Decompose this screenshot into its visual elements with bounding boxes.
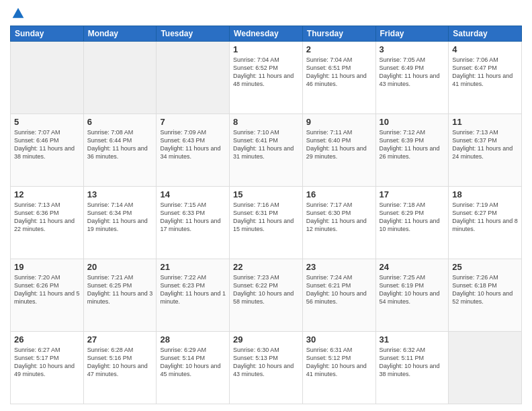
day-number: 25 bbox=[452, 262, 518, 272]
day-info: Sunrise: 7:25 AM Sunset: 6:19 PM Dayligh… bbox=[380, 273, 445, 306]
day-number: 3 bbox=[380, 44, 445, 54]
svg-marker-0 bbox=[13, 8, 24, 18]
calendar-cell: 15Sunrise: 7:16 AM Sunset: 6:31 PM Dayli… bbox=[230, 187, 303, 259]
calendar-cell: 21Sunrise: 7:22 AM Sunset: 6:23 PM Dayli… bbox=[157, 259, 230, 332]
calendar-page: SundayMondayTuesdayWednesdayThursdayFrid… bbox=[0, 0, 532, 411]
day-info: Sunrise: 6:27 AM Sunset: 5:17 PM Dayligh… bbox=[14, 346, 80, 379]
day-number: 13 bbox=[87, 189, 153, 199]
calendar-week-row: 5Sunrise: 7:07 AM Sunset: 6:46 PM Daylig… bbox=[11, 114, 522, 187]
calendar-week-row: 12Sunrise: 7:13 AM Sunset: 6:36 PM Dayli… bbox=[11, 187, 522, 259]
day-number: 30 bbox=[306, 334, 372, 345]
day-info: Sunrise: 7:10 AM Sunset: 6:41 PM Dayligh… bbox=[233, 128, 299, 161]
calendar-cell bbox=[83, 42, 157, 114]
day-number: 29 bbox=[233, 334, 299, 345]
day-number: 7 bbox=[160, 117, 226, 127]
day-info: Sunrise: 7:07 AM Sunset: 6:46 PM Dayligh… bbox=[14, 128, 80, 161]
day-number: 6 bbox=[87, 117, 153, 127]
calendar-cell: 22Sunrise: 7:23 AM Sunset: 6:22 PM Dayli… bbox=[230, 259, 303, 332]
day-number: 31 bbox=[380, 334, 445, 345]
day-number: 11 bbox=[452, 117, 518, 127]
day-number: 23 bbox=[306, 262, 372, 272]
day-info: Sunrise: 6:28 AM Sunset: 5:16 PM Dayligh… bbox=[87, 346, 153, 379]
calendar-cell: 17Sunrise: 7:18 AM Sunset: 6:29 PM Dayli… bbox=[375, 187, 449, 259]
calendar-cell: 25Sunrise: 7:26 AM Sunset: 6:18 PM Dayli… bbox=[449, 259, 522, 332]
calendar-cell: 2Sunrise: 7:04 AM Sunset: 6:51 PM Daylig… bbox=[302, 42, 375, 114]
calendar-cell: 26Sunrise: 6:27 AM Sunset: 5:17 PM Dayli… bbox=[11, 332, 84, 404]
day-number: 5 bbox=[14, 117, 80, 127]
day-number: 9 bbox=[306, 117, 372, 127]
day-number: 16 bbox=[306, 189, 372, 199]
day-info: Sunrise: 7:15 AM Sunset: 6:33 PM Dayligh… bbox=[160, 201, 226, 234]
day-info: Sunrise: 7:12 AM Sunset: 6:39 PM Dayligh… bbox=[380, 128, 445, 161]
calendar-cell: 12Sunrise: 7:13 AM Sunset: 6:36 PM Dayli… bbox=[11, 187, 84, 259]
day-number: 12 bbox=[14, 189, 80, 199]
calendar-cell: 29Sunrise: 6:30 AM Sunset: 5:13 PM Dayli… bbox=[230, 332, 303, 404]
day-number: 19 bbox=[14, 262, 80, 272]
calendar-cell: 4Sunrise: 7:06 AM Sunset: 6:47 PM Daylig… bbox=[449, 42, 522, 114]
day-info: Sunrise: 7:21 AM Sunset: 6:25 PM Dayligh… bbox=[87, 273, 153, 306]
calendar-day-header: Tuesday bbox=[157, 26, 230, 42]
calendar-cell: 16Sunrise: 7:17 AM Sunset: 6:30 PM Dayli… bbox=[302, 187, 375, 259]
calendar-cell: 19Sunrise: 7:20 AM Sunset: 6:26 PM Dayli… bbox=[11, 259, 84, 332]
day-number: 14 bbox=[160, 189, 226, 199]
day-number: 21 bbox=[160, 262, 226, 272]
calendar-day-header: Wednesday bbox=[230, 26, 303, 42]
day-info: Sunrise: 7:11 AM Sunset: 6:40 PM Dayligh… bbox=[306, 128, 372, 161]
day-number: 10 bbox=[380, 117, 445, 127]
calendar-table: SundayMondayTuesdayWednesdayThursdayFrid… bbox=[10, 26, 522, 404]
calendar-cell: 20Sunrise: 7:21 AM Sunset: 6:25 PM Dayli… bbox=[83, 259, 157, 332]
calendar-cell: 23Sunrise: 7:24 AM Sunset: 6:21 PM Dayli… bbox=[302, 259, 375, 332]
calendar-cell: 5Sunrise: 7:07 AM Sunset: 6:46 PM Daylig… bbox=[11, 114, 84, 187]
day-info: Sunrise: 7:06 AM Sunset: 6:47 PM Dayligh… bbox=[452, 56, 518, 89]
logo-icon bbox=[11, 7, 25, 20]
day-info: Sunrise: 7:13 AM Sunset: 6:36 PM Dayligh… bbox=[14, 201, 80, 234]
calendar-cell: 13Sunrise: 7:14 AM Sunset: 6:34 PM Dayli… bbox=[83, 187, 157, 259]
day-number: 28 bbox=[160, 334, 226, 345]
calendar-cell: 28Sunrise: 6:29 AM Sunset: 5:14 PM Dayli… bbox=[157, 332, 230, 404]
calendar-cell: 27Sunrise: 6:28 AM Sunset: 5:16 PM Dayli… bbox=[83, 332, 157, 404]
calendar-day-header: Friday bbox=[375, 26, 449, 42]
day-number: 18 bbox=[452, 189, 518, 199]
calendar-cell: 9Sunrise: 7:11 AM Sunset: 6:40 PM Daylig… bbox=[302, 114, 375, 187]
day-info: Sunrise: 7:18 AM Sunset: 6:29 PM Dayligh… bbox=[380, 201, 445, 234]
day-info: Sunrise: 7:13 AM Sunset: 6:37 PM Dayligh… bbox=[452, 128, 518, 161]
calendar-week-row: 1Sunrise: 7:04 AM Sunset: 6:52 PM Daylig… bbox=[11, 42, 522, 114]
day-number: 24 bbox=[380, 262, 445, 272]
day-info: Sunrise: 7:16 AM Sunset: 6:31 PM Dayligh… bbox=[233, 201, 299, 234]
day-info: Sunrise: 7:19 AM Sunset: 6:27 PM Dayligh… bbox=[452, 201, 518, 234]
calendar-cell: 10Sunrise: 7:12 AM Sunset: 6:39 PM Dayli… bbox=[375, 114, 449, 187]
day-number: 22 bbox=[233, 262, 299, 272]
day-info: Sunrise: 7:26 AM Sunset: 6:18 PM Dayligh… bbox=[452, 273, 518, 306]
logo bbox=[10, 7, 25, 20]
calendar-cell: 1Sunrise: 7:04 AM Sunset: 6:52 PM Daylig… bbox=[230, 42, 303, 114]
calendar-cell: 14Sunrise: 7:15 AM Sunset: 6:33 PM Dayli… bbox=[157, 187, 230, 259]
day-info: Sunrise: 7:22 AM Sunset: 6:23 PM Dayligh… bbox=[160, 273, 226, 306]
day-info: Sunrise: 7:17 AM Sunset: 6:30 PM Dayligh… bbox=[306, 201, 372, 234]
day-info: Sunrise: 7:14 AM Sunset: 6:34 PM Dayligh… bbox=[87, 201, 153, 234]
calendar-cell: 6Sunrise: 7:08 AM Sunset: 6:44 PM Daylig… bbox=[83, 114, 157, 187]
day-info: Sunrise: 7:04 AM Sunset: 6:52 PM Dayligh… bbox=[233, 56, 299, 89]
day-number: 26 bbox=[14, 334, 80, 345]
calendar-cell: 7Sunrise: 7:09 AM Sunset: 6:43 PM Daylig… bbox=[157, 114, 230, 187]
calendar-cell: 11Sunrise: 7:13 AM Sunset: 6:37 PM Dayli… bbox=[449, 114, 522, 187]
day-info: Sunrise: 7:05 AM Sunset: 6:49 PM Dayligh… bbox=[380, 56, 445, 89]
day-number: 1 bbox=[233, 44, 299, 54]
calendar-cell bbox=[157, 42, 230, 114]
calendar-cell: 8Sunrise: 7:10 AM Sunset: 6:41 PM Daylig… bbox=[230, 114, 303, 187]
day-info: Sunrise: 7:09 AM Sunset: 6:43 PM Dayligh… bbox=[160, 128, 226, 161]
calendar-day-header: Thursday bbox=[302, 26, 375, 42]
calendar-cell bbox=[449, 332, 522, 404]
calendar-cell: 18Sunrise: 7:19 AM Sunset: 6:27 PM Dayli… bbox=[449, 187, 522, 259]
day-info: Sunrise: 6:31 AM Sunset: 5:12 PM Dayligh… bbox=[306, 346, 372, 379]
day-number: 8 bbox=[233, 117, 299, 127]
day-number: 15 bbox=[233, 189, 299, 199]
day-number: 20 bbox=[87, 262, 153, 272]
calendar-cell: 3Sunrise: 7:05 AM Sunset: 6:49 PM Daylig… bbox=[375, 42, 449, 114]
calendar-day-header: Monday bbox=[83, 26, 157, 42]
day-number: 4 bbox=[452, 44, 518, 54]
calendar-cell: 30Sunrise: 6:31 AM Sunset: 5:12 PM Dayli… bbox=[302, 332, 375, 404]
day-number: 27 bbox=[87, 334, 153, 345]
day-number: 17 bbox=[380, 189, 445, 199]
day-info: Sunrise: 7:04 AM Sunset: 6:51 PM Dayligh… bbox=[306, 56, 372, 89]
calendar-day-header: Saturday bbox=[449, 26, 522, 42]
